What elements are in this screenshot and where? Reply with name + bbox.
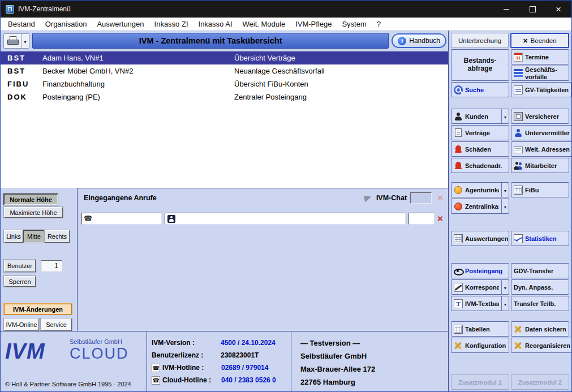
chevron-down-icon [23,36,27,46]
konfiguration-button[interactable]: Konfiguration [451,338,509,353]
untervermittler-button[interactable]: Untervermittler [511,125,572,140]
normale-hoehe-button[interactable]: Normale Höhe [4,194,58,205]
posteingang-button[interactable]: Posteingang [451,263,509,278]
task-row[interactable]: FIBU Finanzbuchhaltung Übersicht FiBu-Ko… [1,77,448,91]
korrespondenz-button[interactable]: Korrespondenz [451,279,509,295]
fibu-button[interactable]: FiBu [511,182,569,197]
suche-label: Suche [465,87,484,93]
mitarbeiter-button[interactable]: Mitarbeiter [511,158,569,173]
unterbrechung-button[interactable]: Unterbrechung [451,33,509,48]
ivm-textbaust-button[interactable]: IVM-Textbaust. [451,296,509,311]
benutzer-button[interactable]: Benutzer [4,260,36,272]
menu-inkasso-ai[interactable]: Inkasso AI [193,18,238,31]
reorganisieren-button[interactable]: Reorganisieren [511,338,572,353]
sidebar: Unterbrechung Beenden Bestands-abfrage T… [448,31,571,391]
caller-number-field[interactable] [81,213,162,225]
maximierte-hoehe-button[interactable]: Maximierte Höhe [4,207,63,218]
beenden-button[interactable]: Beenden [510,33,569,48]
schadenadr-button[interactable]: Schadenadr. [451,158,509,173]
termine-label: Termine [525,54,549,61]
menu-inkasso-zi[interactable]: Inkasso ZI [149,18,193,31]
kunden-dropdown[interactable] [501,109,509,123]
gv-taetigkeiten-button[interactable]: GV-Tätigkeiten [511,82,571,97]
versicherer-button[interactable]: Versicherer [511,109,569,124]
paper-plane-icon [364,193,373,203]
ivm-chat-label[interactable]: IVM-Chat [376,194,407,202]
ivm-textbaust-dropdown[interactable] [501,296,509,311]
service-button[interactable]: Service [41,318,72,331]
weit-adressen-button[interactable]: Weit. Adressen [511,141,572,157]
geschaeftsvorfaelle-button[interactable]: Geschäfts-vorfälle [511,66,569,81]
zentralinkasso-button[interactable]: Zentralinkasso [451,199,509,214]
menu-ivm-pflege[interactable]: IVM-Pflege [290,18,337,31]
suche-button[interactable]: Suche [451,82,509,97]
ivm-aenderungen-button[interactable]: IVM-Änderungen [4,304,72,315]
agenturinkasso-button[interactable]: Agenturinkasso [451,182,509,197]
caller-name-field[interactable] [165,213,406,225]
gdv-transfer-label: GDV-Transfer [514,268,553,274]
menu-help[interactable]: ? [372,18,386,31]
mitarbeiter-label: Mitarbeiter [525,162,557,169]
korrespondenz-dropdown[interactable] [501,280,509,294]
hotline-label: IVM-Hotline : [162,364,219,372]
menu-bestand[interactable]: Bestand [3,18,40,31]
handbuch-button[interactable]: Handbuch [392,33,446,48]
company-street: Max-Brauer-Allee 172 [300,363,440,376]
zentralinkasso-dropdown[interactable] [501,199,509,213]
daten-sichern-button[interactable]: Daten sichern [511,321,569,337]
calls-fields-row [78,208,448,225]
calls-extra-field[interactable] [408,213,435,225]
zusatzmodul1-label: Zusatzmodul 1 [458,379,502,386]
task-name: Becker Möbel GmbH, VN#2 [42,67,234,75]
task-name: Finanzbuchhaltung [42,80,234,88]
address-section: — Testversion — Selbstläufer GmbH Max-Br… [291,331,448,391]
ivm-online-button[interactable]: IVM-Online [4,318,39,331]
calendar-icon [514,53,523,62]
mitte-button[interactable]: Mitte [23,230,45,243]
menu-weit-module[interactable]: Weit. Module [238,18,291,31]
links-button[interactable]: Links [4,230,23,243]
menu-organisation[interactable]: Organisation [40,18,92,31]
print-button[interactable] [3,33,29,49]
copyright-text: © Holl & Partner Software GmbH 1995 - 20… [5,381,131,387]
cloud-hotline-label: Cloud-Hotline : [162,376,219,384]
auswertungen-button[interactable]: Auswertungen [451,231,509,246]
vertraege-button[interactable]: Verträge [451,125,509,140]
chevron-down-icon [504,284,508,291]
task-row[interactable]: BST Adam Hans, VN#1 Übersicht Verträge [1,51,448,64]
zusatzmodul2-label: Zusatzmodul 2 [518,379,562,386]
menu-system[interactable]: System [337,18,371,31]
persons-icon [514,161,523,170]
statistiken-button[interactable]: Statistiken [511,231,569,246]
korrespondenz-label: Korrespondenz [465,284,499,291]
schaeden-button[interactable]: Schäden [451,141,509,157]
transfer-teilb-button[interactable]: Transfer Teilb. [511,296,569,311]
chevron-down-icon [504,187,508,193]
agenturinkasso-dropdown[interactable] [501,183,509,197]
clear-call-button[interactable] [437,214,443,224]
kunden-button[interactable]: Kunden [451,109,509,124]
task-row[interactable]: DOK Posteingang (PE) Zentraler Posteinga… [1,91,448,104]
tabellen-button[interactable]: Tabellen [451,321,509,337]
company-city: 22765 Hamburg [300,376,440,389]
body: IVM - Zentralmenü mit Taskübersicht Hand… [1,31,571,391]
person-icon [454,112,463,121]
search-icon [454,85,463,94]
task-row[interactable]: BST Becker Möbel GmbH, VN#2 Neuanlage Ge… [1,64,448,77]
rechts-button[interactable]: Rechts [45,230,70,243]
sperren-button[interactable]: Sperren [4,276,36,287]
gdv-transfer-button[interactable]: GDV-Transfer [511,263,569,278]
calls-title: Eingegangene Anrufe [84,194,360,202]
menu-auswertungen[interactable]: Auswertungen [92,18,149,31]
posteingang-label: Posteingang [465,268,502,274]
termine-button[interactable]: Termine [511,49,569,64]
maximize-button[interactable] [519,1,545,18]
benutzer-count-field[interactable]: 1 [41,260,62,272]
hotline-value: 02689 / 979014 [221,364,268,372]
calls-header: Eingegangene Anrufe IVM-Chat [78,188,448,208]
dyn-anpass-button[interactable]: Dyn. Anpass. [511,279,569,295]
minimize-button[interactable] [493,1,519,18]
bestandsabfrage-button[interactable]: Bestands-abfrage [451,49,509,81]
close-button[interactable] [545,1,571,18]
print-dropdown[interactable] [21,34,29,48]
